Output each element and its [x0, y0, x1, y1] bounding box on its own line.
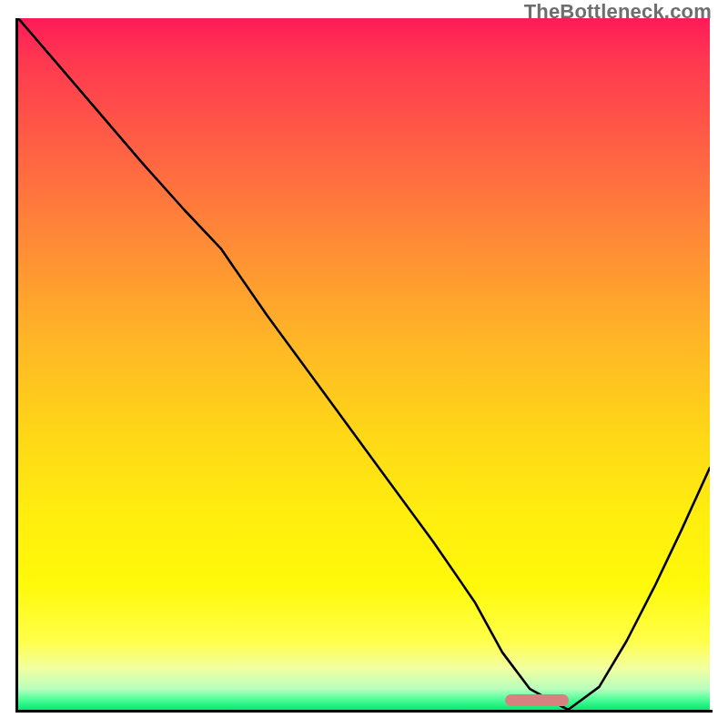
watermark-text: TheBottleneck.com [524, 0, 712, 24]
plot-area [18, 18, 710, 710]
bottleneck-curve [18, 18, 710, 710]
curve-overlay [18, 18, 710, 710]
optimal-range-marker [505, 694, 569, 706]
chart-container: TheBottleneck.com [0, 0, 728, 728]
x-axis [15, 710, 713, 713]
y-axis [15, 18, 18, 713]
